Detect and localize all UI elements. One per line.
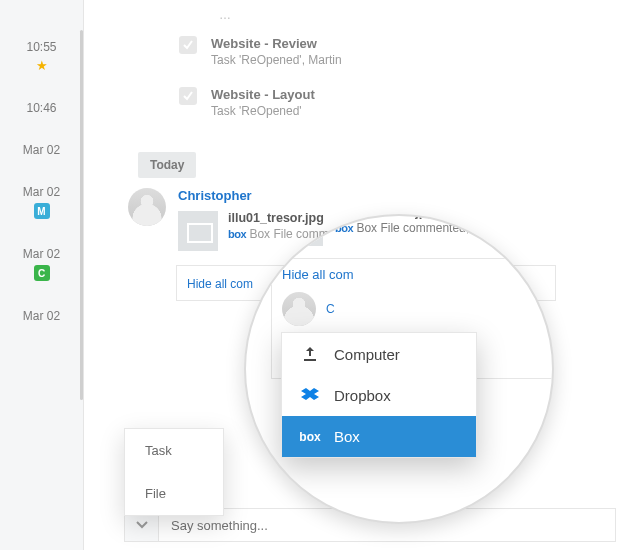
hide-comments-link[interactable]: Hide all com: [282, 267, 554, 282]
task-subtitle: Task 'ReOpened', Martin: [211, 53, 342, 67]
timeline-sidebar: 10:55 ★ 10:46 Mar 02 Mar 02 M Mar 02 C M…: [0, 0, 84, 550]
menu-item-label: Box: [334, 428, 360, 445]
dropbox-icon: [298, 388, 322, 404]
time-entry[interactable]: Mar 02: [0, 299, 83, 341]
user-badge-c: C: [34, 265, 50, 281]
upload-icon: [298, 345, 322, 363]
upload-source-dropbox[interactable]: Dropbox: [282, 375, 476, 416]
upload-source-menu[interactable]: Computer Dropbox box Box: [281, 332, 477, 458]
user-badge-m: M: [34, 203, 50, 219]
time-label: Mar 02: [0, 309, 83, 323]
checkbox-icon[interactable]: [179, 87, 197, 105]
attach-type-task[interactable]: Task: [125, 429, 223, 472]
time-label: 10:46: [0, 101, 83, 115]
avatar[interactable]: [128, 188, 166, 226]
box-logo-icon: box: [298, 430, 322, 444]
upload-source-box[interactable]: box Box: [282, 416, 476, 457]
upload-source-computer[interactable]: Computer: [282, 333, 476, 375]
task-row[interactable]: Website - Review Task 'ReOpened', Martin: [124, 36, 616, 67]
time-label: 10:55: [0, 40, 83, 54]
menu-item-label: Computer: [334, 346, 400, 363]
time-label: Mar 02: [0, 247, 83, 261]
comment-author[interactable]: Christopher: [178, 188, 395, 203]
menu-item-label: Dropbox: [334, 387, 391, 404]
checkbox-icon[interactable]: [179, 36, 197, 54]
comment-initial: C: [326, 302, 335, 316]
time-entry[interactable]: Mar 02: [0, 133, 83, 175]
magnifier-overlay: illu01_tresor.jpg box Box File commented…: [244, 214, 554, 524]
task-title: Website - Layout: [211, 87, 315, 102]
box-logo-icon: box: [228, 228, 246, 240]
truncated-header: …: [124, 8, 616, 36]
time-label: Mar 02: [0, 185, 83, 199]
task-subtitle: Task 'ReOpened': [211, 104, 315, 118]
time-label: Mar 02: [0, 143, 83, 157]
task-row[interactable]: Website - Layout Task 'ReOpened': [124, 87, 616, 118]
avatar[interactable]: [282, 292, 316, 326]
attach-type-menu[interactable]: Task File: [124, 428, 224, 516]
activity-feed: … Website - Review Task 'ReOpened', Mart…: [84, 0, 636, 550]
time-entry[interactable]: Mar 02 M: [0, 175, 83, 237]
hide-comments-link[interactable]: Hide all com: [187, 277, 253, 291]
star-icon: ★: [36, 58, 48, 73]
task-title: Website - Review: [211, 36, 342, 51]
time-entry[interactable]: 10:46: [0, 91, 83, 133]
sidebar-scrollbar[interactable]: [80, 30, 83, 400]
today-badge: Today: [138, 152, 196, 178]
time-entry[interactable]: 10:55 ★: [0, 30, 83, 91]
time-entry[interactable]: Mar 02 C: [0, 237, 83, 299]
image-icon: [178, 211, 218, 251]
attach-type-file[interactable]: File: [125, 472, 223, 515]
